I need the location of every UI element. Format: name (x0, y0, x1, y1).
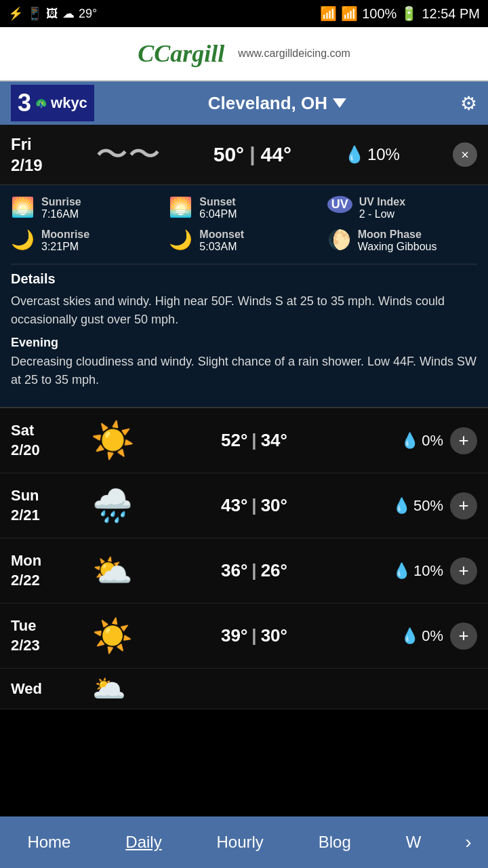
evening-label: Evening (11, 336, 477, 350)
forecast-low-sat: 34° (261, 430, 287, 451)
header-bar: 3 🦚 wkyc Cleveland, OH ⚙ (0, 81, 488, 125)
moon-phase-label: Moon Phase (358, 229, 437, 241)
sunset-icon: 🌅 (169, 196, 192, 218)
status-bar: ⚡ 📱 🖼 ☁ 29° 📶 📶 100% 🔋 12:54 PM (0, 0, 488, 27)
forecast-rain-mon: 💧 10% (369, 562, 443, 580)
sunset-label: Sunset (199, 196, 237, 208)
nav-blog[interactable]: Blog (308, 827, 362, 857)
moonset-item: 🌙 Moonset 5:03AM (169, 229, 319, 253)
droplet-tue: 💧 (401, 627, 419, 645)
settings-icon[interactable]: ⚙ (460, 92, 477, 115)
temp-sep-sun: | (251, 495, 256, 516)
forecast-rain-tue: 💧 0% (369, 627, 443, 645)
expand-tue[interactable]: + (450, 623, 477, 650)
rain-pct-sun: 50% (413, 497, 443, 515)
uv-value: 2 - Low (359, 208, 405, 220)
forecast-date-sat: Sat 2/20 (11, 421, 85, 460)
sunrise-label: Sunrise (41, 196, 81, 208)
image-icon: 🖼 (46, 7, 58, 21)
daytime-details: Overcast skies and windy. High near 50F.… (11, 292, 477, 329)
forecast-row-sat: Sat 2/20 ☀️ 52° | 34° 💧 0% + (0, 408, 488, 473)
forecast-icon-tue: ☀️ (85, 617, 140, 655)
forecast-day-tue: Tue (11, 617, 36, 634)
forecast-date-wed: Wed (11, 680, 85, 698)
forecast-rain-sun: 💧 50% (369, 497, 443, 515)
nav-daily[interactable]: Daily (115, 827, 172, 857)
forecast-high-tue: 39° (221, 625, 247, 646)
station-logo[interactable]: 3 🦚 wkyc (11, 85, 94, 121)
moon-phase-value: Waxing Gibbous (358, 241, 437, 253)
status-left: ⚡ 📱 🖼 ☁ 29° (8, 6, 97, 21)
forecast-row-tue: Tue 2/23 ☀️ 39° | 30° 💧 0% + (0, 604, 488, 669)
ad-banner[interactable]: CCargill www.cargilldeicing.com (0, 27, 488, 81)
today-weather-icon: 〜〜 (96, 133, 161, 176)
location-selector[interactable]: Cleveland, OH (208, 93, 346, 114)
forecast-high-sun: 43° (221, 495, 247, 516)
weather-small-icon: ☁ (62, 6, 75, 21)
temp-status: 29° (79, 7, 97, 21)
forecast-rain-sat: 💧 0% (369, 432, 443, 450)
uv-item: UV UV Index 2 - Low (327, 196, 477, 220)
moonset-label: Moonset (199, 229, 244, 241)
forecast-icon-mon: ⛅ (85, 552, 140, 590)
sunset-item: 🌅 Sunset 6:04PM (169, 196, 319, 220)
forecast-icon-sat: ☀️ (85, 420, 140, 461)
expand-sat[interactable]: + (450, 427, 477, 454)
moonrise-item: 🌙 Moonrise 3:21PM (11, 229, 161, 253)
moonrise-icon: 🌙 (11, 229, 35, 251)
forecast-day-sun: Sun (11, 487, 39, 504)
clock: 12:54 PM (422, 6, 480, 22)
droplet-icon: 💧 (344, 145, 365, 164)
wifi-icon: 📶 (320, 5, 337, 22)
forecast-day-mon: Mon (11, 552, 41, 569)
signal-icon: 📶 (341, 5, 358, 22)
evening-details: Decreasing cloudiness and windy. Slight … (11, 353, 477, 389)
details-panel: 🌅 Sunrise 7:16AM 🌅 Sunset 6:04PM UV UV I… (0, 185, 488, 408)
expand-mon[interactable]: + (450, 557, 477, 585)
forecast-datenum-sun: 2/21 (11, 507, 40, 524)
forecast-day-sat: Sat (11, 422, 34, 439)
ad-brand: CCargill (138, 39, 224, 68)
forecast-datenum-sat: 2/20 (11, 441, 40, 458)
temp-sep-tue: | (251, 625, 256, 646)
forecast-high-sat: 52° (221, 430, 247, 451)
forecast-temps-sat: 52° | 34° (140, 430, 369, 451)
location-dropdown-icon (333, 98, 346, 108)
today-rain-pct: 10% (367, 145, 400, 164)
nav-w[interactable]: W (395, 827, 432, 857)
forecast-row-mon: Mon 2/22 ⛅ 36° | 26° 💧 10% + (0, 538, 488, 604)
nav-right-arrow[interactable]: › (465, 831, 471, 853)
forecast-icon-wed: 🌥️ (92, 673, 126, 705)
forecast-datenum-mon: 2/22 (11, 572, 40, 589)
forecast-low-mon: 26° (261, 560, 287, 581)
today-temps: 50° | 44° (214, 143, 291, 166)
forecast-temps-mon: 36° | 26° (140, 560, 369, 581)
forecast-high-mon: 36° (221, 560, 247, 581)
forecast-low-tue: 30° (261, 625, 287, 646)
nav-hourly[interactable]: Hourly (206, 827, 274, 857)
today-row: Fri 2/19 〜〜 50° | 44° 💧 10% × (0, 125, 488, 185)
moon-phase-item: 🌔 Moon Phase Waxing Gibbous (327, 229, 477, 253)
moon-phase-icon: 🌔 (327, 229, 351, 251)
uv-label: UV Index (359, 196, 405, 208)
close-button[interactable]: × (453, 142, 477, 167)
moonrise-label: Moonrise (41, 229, 89, 241)
nav-home[interactable]: Home (16, 827, 81, 857)
today-date-num: 2/19 (11, 156, 43, 174)
today-date: Fri 2/19 (11, 134, 43, 176)
location-text: Cleveland, OH (208, 93, 327, 114)
battery-level-icon: 📱 (27, 6, 42, 21)
forecast-row-sun: Sun 2/21 🌧️ 43° | 30° 💧 50% + (0, 473, 488, 538)
forecast-row-wed-partial: Wed 🌥️ (0, 669, 488, 709)
forecast-date-tue: Tue 2/23 (11, 616, 85, 655)
station-call-letters: wkyc (51, 94, 87, 112)
forecast-icon-sun: 🌧️ (85, 487, 140, 525)
channel-number: 3 (18, 89, 31, 117)
droplet-sat: 💧 (401, 432, 419, 450)
droplet-mon: 💧 (392, 562, 411, 580)
moonset-time: 5:03AM (199, 241, 244, 253)
moonset-icon: 🌙 (169, 229, 192, 251)
ad-logo: CCargill (138, 39, 224, 68)
status-right: 📶 📶 100% 🔋 12:54 PM (320, 5, 480, 22)
expand-sun[interactable]: + (450, 492, 477, 519)
